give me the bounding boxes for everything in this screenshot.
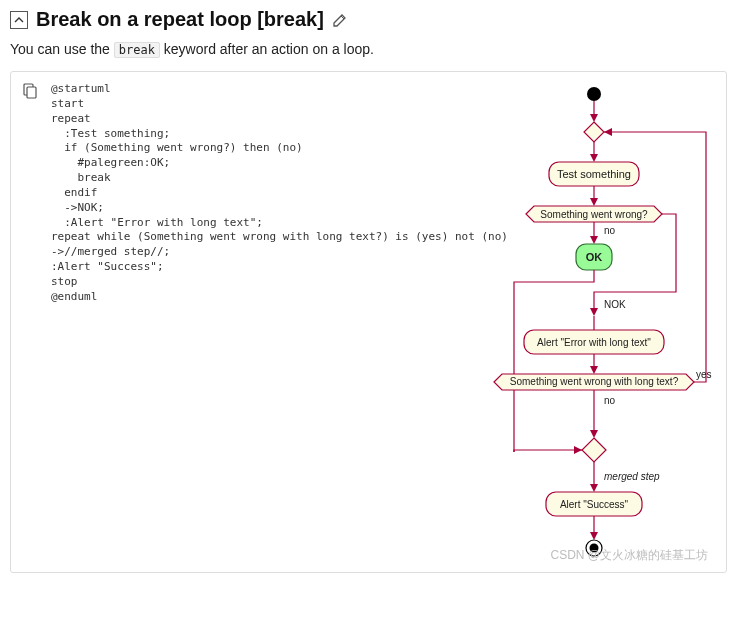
svg-marker-3 xyxy=(590,114,598,122)
svg-marker-13 xyxy=(590,366,598,374)
activity-diagram: Test something Something went wrong? no … xyxy=(518,82,714,562)
intro-prefix: You can use the xyxy=(10,41,114,57)
label-no-1: no xyxy=(604,225,616,236)
label-nok: NOK xyxy=(604,299,626,310)
watermark: CSDN @文火冰糖的硅基工坊 xyxy=(550,547,708,564)
label-no-2: no xyxy=(604,395,616,406)
node-alert-success-label: Alert "Success" xyxy=(560,499,629,510)
copy-icon[interactable] xyxy=(21,82,39,100)
label-merged-step: merged step xyxy=(604,471,660,482)
intro-text: You can use the break keyword after an a… xyxy=(10,41,727,57)
start-node-icon xyxy=(587,87,601,101)
svg-marker-10 xyxy=(590,308,598,316)
svg-marker-14 xyxy=(604,128,612,136)
keyword-code: break xyxy=(114,42,160,58)
edit-icon[interactable] xyxy=(332,12,348,28)
svg-marker-16 xyxy=(590,430,598,438)
intro-suffix: keyword after an action on a loop. xyxy=(160,41,374,57)
node-something-wrong-label: Something went wrong? xyxy=(540,209,648,220)
node-repeat-while-label: Something went wrong with long text? xyxy=(510,376,679,387)
node-test-something-label: Test something xyxy=(557,168,631,180)
node-ok-label: OK xyxy=(586,251,603,263)
label-yes: yes xyxy=(696,369,712,380)
merge-diamond xyxy=(582,438,606,462)
collapse-up-icon[interactable] xyxy=(10,11,28,29)
svg-marker-17 xyxy=(574,446,582,454)
repeat-top-diamond xyxy=(584,122,604,142)
svg-marker-5 xyxy=(590,154,598,162)
svg-marker-19 xyxy=(590,484,598,492)
svg-marker-9 xyxy=(590,236,598,244)
svg-marker-21 xyxy=(590,532,598,540)
node-alert-error-label: Alert "Error with long text" xyxy=(537,337,651,348)
svg-marker-7 xyxy=(590,198,598,206)
svg-rect-1 xyxy=(27,87,36,98)
example-container: @startuml start repeat :Test something; … xyxy=(10,71,727,573)
page-title: Break on a repeat loop [break] xyxy=(36,8,324,31)
code-block[interactable]: @startuml start repeat :Test something; … xyxy=(51,82,508,562)
